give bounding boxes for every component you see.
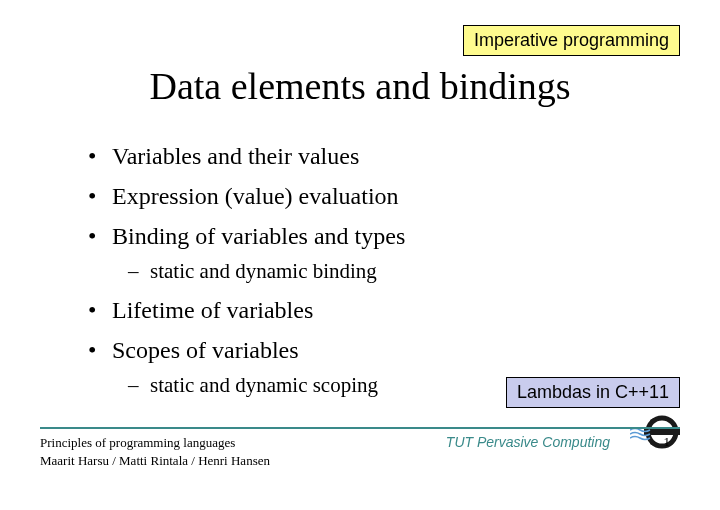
tag-lambdas: Lambdas in C++11 bbox=[506, 377, 680, 408]
course-name: Principles of programming languages bbox=[40, 434, 270, 452]
footer-divider bbox=[40, 427, 680, 429]
content-area: Variables and their values Expression (v… bbox=[86, 143, 680, 411]
footer-org: TUT Pervasive Computing bbox=[446, 434, 610, 450]
tut-logo-icon bbox=[630, 410, 680, 450]
slide-title: Data elements and bindings bbox=[0, 64, 720, 108]
authors: Maarit Harsu / Matti Rintala / Henri Han… bbox=[40, 452, 270, 470]
tag-imperative: Imperative programming bbox=[463, 25, 680, 56]
bullet-item: Binding of variables and types bbox=[86, 223, 680, 250]
sub-item: static and dynamic binding bbox=[128, 259, 680, 284]
bullet-item: Lifetime of variables bbox=[86, 297, 680, 324]
bullet-item: Variables and their values bbox=[86, 143, 680, 170]
footer-left: Principles of programming languages Maar… bbox=[40, 434, 270, 469]
page-number: 1 bbox=[664, 434, 671, 450]
bullet-item: Expression (value) evaluation bbox=[86, 183, 680, 210]
bullet-item: Scopes of variables bbox=[86, 337, 680, 364]
